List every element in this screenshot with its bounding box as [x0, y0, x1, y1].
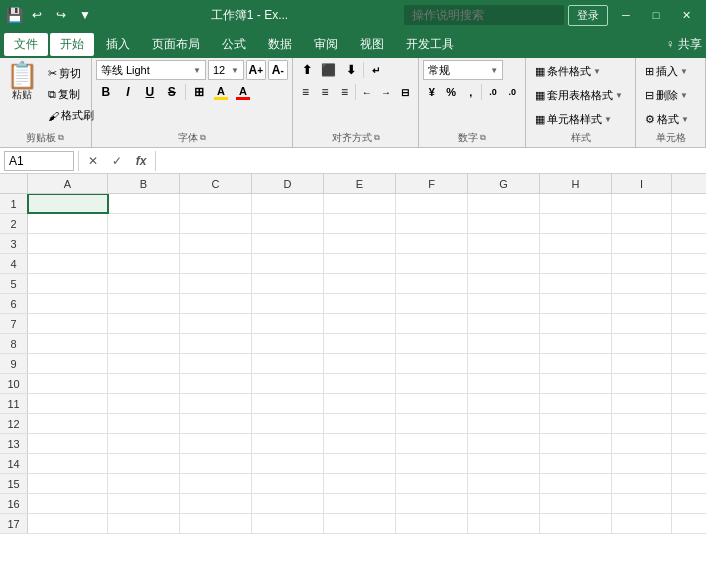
- row-number[interactable]: 9: [0, 354, 28, 373]
- cell-A14[interactable]: [28, 454, 108, 473]
- cell-F4[interactable]: [396, 254, 468, 273]
- cell-F7[interactable]: [396, 314, 468, 333]
- row-number[interactable]: 16: [0, 494, 28, 513]
- cell-D9[interactable]: [252, 354, 324, 373]
- cell-G7[interactable]: [468, 314, 540, 333]
- row-number[interactable]: 7: [0, 314, 28, 333]
- cell-A6[interactable]: [28, 294, 108, 313]
- table-format-btn[interactable]: ▦ 套用表格格式 ▼: [530, 84, 631, 106]
- cell-E15[interactable]: [324, 474, 396, 493]
- cell-styles-btn[interactable]: ▦ 单元格样式 ▼: [530, 108, 631, 130]
- row-number[interactable]: 11: [0, 394, 28, 413]
- cell-B8[interactable]: [108, 334, 180, 353]
- row-number[interactable]: 4: [0, 254, 28, 273]
- cell-E1[interactable]: [324, 194, 396, 213]
- currency-btn[interactable]: ¥: [423, 82, 440, 102]
- cell-I4[interactable]: [612, 254, 672, 273]
- insert-btn[interactable]: ⊞ 插入 ▼: [640, 60, 701, 82]
- cell-I3[interactable]: [612, 234, 672, 253]
- cell-F12[interactable]: [396, 414, 468, 433]
- fill-color-button[interactable]: A: [211, 82, 231, 102]
- cell-C8[interactable]: [180, 334, 252, 353]
- cell-C11[interactable]: [180, 394, 252, 413]
- cell-B12[interactable]: [108, 414, 180, 433]
- cell-E11[interactable]: [324, 394, 396, 413]
- cell-C16[interactable]: [180, 494, 252, 513]
- col-header-i[interactable]: I: [612, 174, 672, 193]
- cell-I1[interactable]: [612, 194, 672, 213]
- clipboard-group-label[interactable]: 剪贴板 ⧉: [4, 130, 87, 147]
- cell-D14[interactable]: [252, 454, 324, 473]
- cell-I6[interactable]: [612, 294, 672, 313]
- cell-C2[interactable]: [180, 214, 252, 233]
- cell-G16[interactable]: [468, 494, 540, 513]
- cell-D4[interactable]: [252, 254, 324, 273]
- cut-button[interactable]: ✂ 剪切: [44, 64, 98, 83]
- col-header-h[interactable]: H: [540, 174, 612, 193]
- borders-button[interactable]: ⊞: [189, 82, 209, 102]
- cell-B1[interactable]: [108, 194, 180, 213]
- menu-item-view[interactable]: 视图: [350, 33, 394, 56]
- merge-center-btn[interactable]: ⊟: [397, 82, 414, 102]
- font-color-button[interactable]: A: [233, 82, 253, 102]
- cell-C10[interactable]: [180, 374, 252, 393]
- cell-E5[interactable]: [324, 274, 396, 293]
- row-number[interactable]: 10: [0, 374, 28, 393]
- cell-G8[interactable]: [468, 334, 540, 353]
- cell-A3[interactable]: [28, 234, 108, 253]
- cell-reference[interactable]: A1: [4, 151, 74, 171]
- cancel-formula-btn[interactable]: ✕: [83, 151, 103, 171]
- font-name-dropdown[interactable]: 等线 Light ▼: [96, 60, 206, 80]
- cell-C4[interactable]: [180, 254, 252, 273]
- align-right-btn[interactable]: ≡: [336, 82, 353, 102]
- decrease-font-size-btn[interactable]: A-: [268, 60, 288, 80]
- number-format-dropdown[interactable]: 常规 ▼: [423, 60, 503, 80]
- align-middle-btn[interactable]: ⬛: [319, 60, 339, 80]
- cell-F16[interactable]: [396, 494, 468, 513]
- cell-D6[interactable]: [252, 294, 324, 313]
- cell-E6[interactable]: [324, 294, 396, 313]
- cell-D5[interactable]: [252, 274, 324, 293]
- font-size-dropdown[interactable]: 12 ▼: [208, 60, 244, 80]
- font-group-label[interactable]: 字体 ⧉: [96, 130, 288, 147]
- cell-H4[interactable]: [540, 254, 612, 273]
- cell-A16[interactable]: [28, 494, 108, 513]
- row-number[interactable]: 3: [0, 234, 28, 253]
- cell-G12[interactable]: [468, 414, 540, 433]
- col-header-f[interactable]: F: [396, 174, 468, 193]
- cell-C3[interactable]: [180, 234, 252, 253]
- login-button[interactable]: 登录: [568, 5, 608, 26]
- cell-D1[interactable]: [252, 194, 324, 213]
- delete-btn[interactable]: ⊟ 删除 ▼: [640, 84, 701, 106]
- percent-btn[interactable]: %: [443, 82, 460, 102]
- formula-input[interactable]: [160, 151, 702, 171]
- align-top-btn[interactable]: ⬆: [297, 60, 317, 80]
- cell-B13[interactable]: [108, 434, 180, 453]
- cell-C14[interactable]: [180, 454, 252, 473]
- cell-F17[interactable]: [396, 514, 468, 533]
- cell-E8[interactable]: [324, 334, 396, 353]
- cell-A2[interactable]: [28, 214, 108, 233]
- cell-B6[interactable]: [108, 294, 180, 313]
- cell-B9[interactable]: [108, 354, 180, 373]
- cell-F14[interactable]: [396, 454, 468, 473]
- save-icon[interactable]: 💾: [6, 7, 23, 23]
- cell-G2[interactable]: [468, 214, 540, 233]
- customize-btn[interactable]: ▼: [75, 5, 95, 25]
- cell-H8[interactable]: [540, 334, 612, 353]
- cell-I8[interactable]: [612, 334, 672, 353]
- cell-H6[interactable]: [540, 294, 612, 313]
- menu-item-home[interactable]: 开始: [50, 33, 94, 56]
- minimize-btn[interactable]: ─: [612, 5, 640, 25]
- cell-H16[interactable]: [540, 494, 612, 513]
- cell-C6[interactable]: [180, 294, 252, 313]
- cell-E13[interactable]: [324, 434, 396, 453]
- cell-I12[interactable]: [612, 414, 672, 433]
- col-header-b[interactable]: B: [108, 174, 180, 193]
- cell-H5[interactable]: [540, 274, 612, 293]
- cell-G1[interactable]: [468, 194, 540, 213]
- increase-indent-btn[interactable]: →: [377, 82, 394, 102]
- cell-A10[interactable]: [28, 374, 108, 393]
- cell-F8[interactable]: [396, 334, 468, 353]
- cell-A5[interactable]: [28, 274, 108, 293]
